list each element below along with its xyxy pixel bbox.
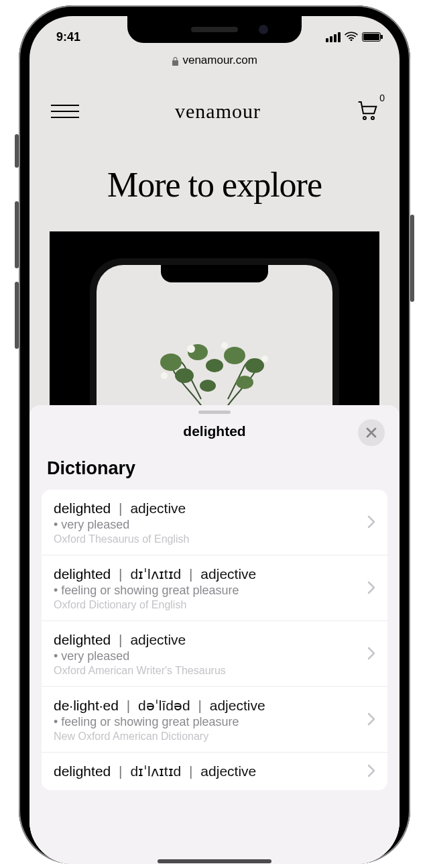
entry-source: Oxford Dictionary of English	[54, 599, 361, 611]
svg-point-3	[175, 368, 194, 383]
svg-point-9	[200, 380, 216, 392]
cart-button[interactable]: 0	[357, 99, 378, 123]
entry-pronunciation: dɪˈlʌɪtɪd	[130, 763, 181, 779]
entry-source: Oxford Thesaurus of English	[54, 533, 361, 545]
svg-point-0	[363, 117, 366, 119]
entry-word: delighted	[54, 566, 111, 582]
entry-part-of-speech: adjective	[210, 698, 265, 713]
dictionary-entry[interactable]: delighted | adjective• very pleasedOxfor…	[42, 490, 387, 555]
cart-icon	[357, 99, 378, 121]
entry-word: delighted	[54, 763, 111, 779]
svg-point-11	[221, 342, 228, 349]
sheet-grabber[interactable]	[198, 411, 231, 414]
hero-heading: More to explore	[43, 165, 386, 205]
dictionary-entry[interactable]: delighted | dɪˈlʌɪtɪd | adjective• feeli…	[42, 555, 387, 621]
entry-source: New Oxford American Dictionary	[54, 730, 361, 743]
signal-icon	[326, 32, 341, 42]
entry-pronunciation: dɪˈlʌɪtɪd	[130, 566, 181, 582]
sheet-title: delighted	[183, 423, 245, 439]
svg-point-7	[245, 358, 264, 373]
url-domain: venamour.com	[182, 54, 257, 66]
battery-icon	[362, 32, 381, 42]
entry-word: de·light·ed	[54, 698, 119, 713]
svg-point-1	[371, 117, 374, 119]
wifi-icon	[345, 30, 358, 44]
dictionary-entry[interactable]: delighted | adjective• very pleasedOxfor…	[42, 621, 387, 687]
status-time: 9:41	[56, 30, 80, 44]
entry-word: delighted	[54, 500, 111, 516]
svg-point-12	[261, 356, 268, 362]
svg-point-13	[161, 372, 168, 379]
entry-part-of-speech: adjective	[130, 500, 186, 516]
entry-part-of-speech: adjective	[130, 632, 186, 647]
chevron-right-icon	[367, 581, 375, 597]
lock-icon	[172, 56, 181, 66]
section-title: Dictionary	[29, 453, 400, 490]
svg-point-5	[206, 359, 223, 372]
entry-definition: • feeling or showing great pleasure	[54, 715, 361, 729]
svg-point-2	[160, 354, 182, 371]
entry-word: delighted	[54, 632, 111, 647]
svg-point-10	[187, 345, 195, 353]
url-bar[interactable]: venamour.com	[29, 54, 400, 67]
chevron-right-icon	[367, 712, 375, 728]
entry-pronunciation: dəˈlīdəd	[138, 698, 190, 713]
close-button[interactable]	[358, 419, 385, 446]
entry-definition: • very pleased	[54, 649, 361, 663]
chevron-right-icon	[367, 515, 375, 531]
svg-point-8	[236, 376, 253, 389]
brand-logo[interactable]: venamour	[175, 100, 261, 123]
entry-definition: • feeling or showing great pleasure	[54, 584, 361, 598]
home-indicator[interactable]	[158, 859, 271, 863]
close-icon	[365, 427, 377, 439]
chevron-right-icon	[367, 647, 375, 663]
notch	[127, 16, 302, 43]
entry-definition: • very pleased	[54, 518, 361, 532]
entry-source: Oxford American Writer's Thesaurus	[54, 665, 361, 677]
dictionary-card: delighted | adjective• very pleasedOxfor…	[42, 490, 387, 790]
entry-part-of-speech: adjective	[200, 566, 256, 582]
lookup-sheet: delighted Dictionary delighted | adjecti…	[29, 405, 400, 864]
svg-point-6	[224, 347, 245, 364]
phone-frame: 9:41 venamour.com venamo	[19, 5, 410, 864]
chevron-right-icon	[367, 764, 375, 780]
dictionary-entry[interactable]: de·light·ed | dəˈlīdəd | adjective• feel…	[42, 687, 387, 753]
entry-part-of-speech: adjective	[200, 763, 256, 779]
dictionary-entry[interactable]: delighted | dɪˈlʌɪtɪd | adjective	[42, 753, 387, 790]
hamburger-icon[interactable]	[51, 105, 79, 118]
cart-count: 0	[379, 93, 385, 103]
